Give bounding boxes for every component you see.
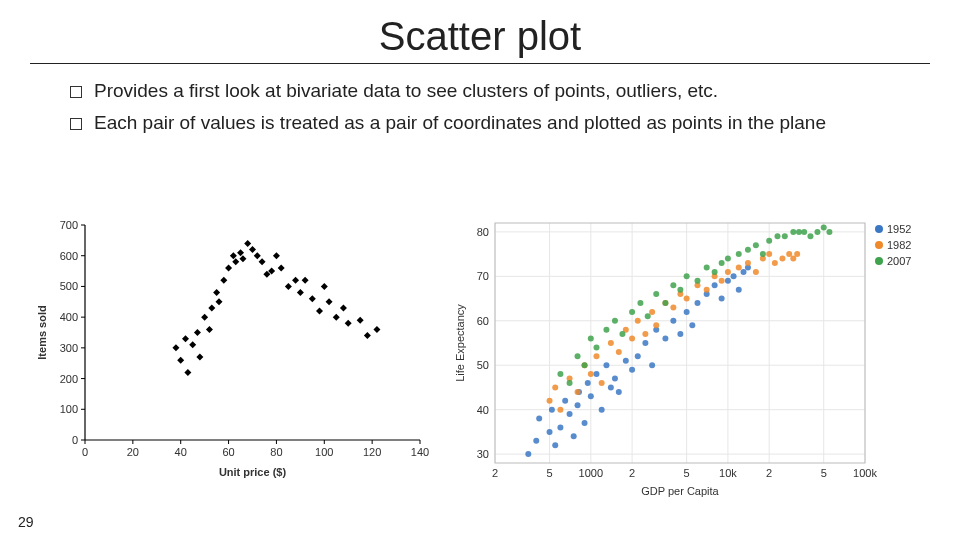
svg-point-87 (608, 384, 614, 390)
svg-point-173 (774, 233, 780, 239)
svg-text:40: 40 (175, 446, 187, 458)
svg-text:300: 300 (60, 342, 78, 354)
svg-point-138 (753, 269, 759, 275)
svg-point-77 (567, 411, 573, 417)
svg-point-130 (684, 296, 690, 302)
svg-point-118 (599, 380, 605, 386)
svg-point-162 (684, 273, 690, 279)
svg-point-174 (782, 233, 788, 239)
svg-text:60: 60 (477, 315, 489, 327)
svg-point-140 (766, 251, 772, 257)
svg-point-88 (612, 376, 618, 382)
svg-point-169 (745, 247, 751, 253)
svg-point-159 (662, 300, 668, 306)
svg-text:5: 5 (684, 467, 690, 479)
svg-point-150 (588, 336, 594, 342)
bullet-text: Each pair of values is treated as a pair… (94, 110, 826, 136)
svg-point-179 (814, 229, 820, 235)
svg-point-137 (745, 260, 751, 266)
svg-text:1000: 1000 (579, 467, 603, 479)
svg-point-180 (821, 224, 827, 230)
svg-point-90 (623, 358, 629, 364)
svg-point-149 (582, 362, 588, 368)
life-expectancy-scatter: 3040506070802510002510k25100kGDP per Cap… (450, 215, 940, 509)
svg-point-155 (629, 309, 635, 315)
svg-point-78 (571, 433, 577, 439)
svg-point-106 (731, 273, 737, 279)
svg-point-160 (670, 282, 676, 288)
svg-text:2: 2 (629, 467, 635, 479)
svg-point-75 (557, 424, 563, 430)
svg-text:100: 100 (60, 403, 78, 415)
svg-point-177 (801, 229, 807, 235)
svg-point-97 (670, 318, 676, 324)
svg-text:Items sold: Items sold (36, 305, 48, 359)
svg-text:5: 5 (546, 467, 552, 479)
svg-text:400: 400 (60, 311, 78, 323)
bullet-square-icon (70, 118, 82, 130)
svg-point-70 (533, 438, 539, 444)
svg-text:0: 0 (72, 434, 78, 446)
svg-point-182 (875, 225, 883, 233)
svg-point-116 (588, 371, 594, 377)
svg-point-126 (653, 322, 659, 328)
svg-text:700: 700 (60, 219, 78, 231)
svg-point-176 (796, 229, 802, 235)
svg-point-171 (760, 251, 766, 257)
svg-point-142 (779, 256, 785, 262)
svg-point-178 (807, 233, 813, 239)
svg-point-156 (637, 300, 643, 306)
svg-point-81 (582, 420, 588, 426)
svg-point-157 (645, 313, 651, 319)
svg-point-147 (567, 380, 573, 386)
svg-point-145 (794, 251, 800, 257)
svg-text:80: 80 (477, 226, 489, 238)
svg-point-175 (790, 229, 796, 235)
svg-point-165 (712, 269, 718, 275)
svg-text:2007: 2007 (887, 255, 911, 267)
svg-point-94 (649, 362, 655, 368)
svg-point-132 (704, 287, 710, 293)
svg-point-86 (603, 362, 609, 368)
svg-point-117 (593, 353, 599, 359)
svg-point-110 (547, 398, 553, 404)
svg-text:140: 140 (411, 446, 429, 458)
svg-point-107 (736, 287, 742, 293)
svg-point-104 (719, 296, 725, 302)
svg-point-101 (694, 300, 700, 306)
svg-point-99 (684, 309, 690, 315)
svg-point-76 (562, 398, 568, 404)
svg-text:2: 2 (766, 467, 772, 479)
svg-point-151 (593, 344, 599, 350)
svg-text:30: 30 (477, 448, 489, 460)
svg-point-166 (719, 260, 725, 266)
slide-title: Scatter plot (30, 0, 930, 64)
svg-point-148 (575, 353, 581, 359)
svg-point-111 (552, 384, 558, 390)
svg-point-82 (585, 380, 591, 386)
svg-point-89 (616, 389, 622, 395)
bullet-text: Provides a first look at bivariate data … (94, 78, 718, 104)
svg-text:5: 5 (821, 467, 827, 479)
svg-point-122 (629, 336, 635, 342)
svg-point-84 (593, 371, 599, 377)
svg-point-73 (549, 407, 555, 413)
svg-point-103 (712, 282, 718, 288)
svg-text:20: 20 (127, 446, 139, 458)
svg-text:600: 600 (60, 250, 78, 262)
svg-text:100k: 100k (853, 467, 877, 479)
svg-point-112 (557, 407, 563, 413)
bullet-list: Provides a first look at bivariate data … (70, 78, 900, 135)
svg-text:120: 120 (363, 446, 381, 458)
svg-point-105 (725, 278, 731, 284)
svg-point-114 (575, 389, 581, 395)
svg-point-163 (694, 278, 700, 284)
svg-point-100 (689, 322, 695, 328)
svg-text:2: 2 (492, 467, 498, 479)
svg-text:40: 40 (477, 404, 489, 416)
svg-point-186 (875, 257, 883, 265)
svg-point-184 (875, 241, 883, 249)
svg-point-181 (826, 229, 832, 235)
svg-point-161 (677, 287, 683, 293)
svg-text:100: 100 (315, 446, 333, 458)
